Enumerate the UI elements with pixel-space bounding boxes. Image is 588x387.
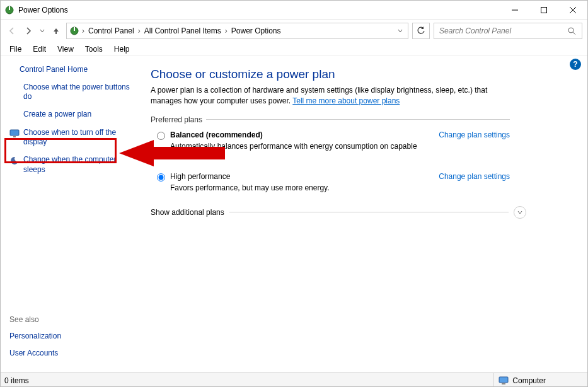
plan-high-performance: High performance Favors performance, but… bbox=[157, 172, 510, 192]
menu-help[interactable]: Help bbox=[109, 43, 135, 55]
svg-rect-1 bbox=[9, 6, 10, 10]
svg-rect-11 bbox=[10, 130, 19, 136]
svg-rect-7 bbox=[74, 27, 75, 31]
minimize-button[interactable] bbox=[500, 1, 529, 20]
monitor-icon bbox=[9, 129, 20, 139]
maximize-button[interactable] bbox=[529, 1, 558, 20]
menu-bar: File Edit View Tools Help bbox=[1, 42, 587, 56]
chevron-right-icon[interactable]: › bbox=[82, 26, 84, 35]
address-dropdown-button[interactable] bbox=[395, 28, 405, 33]
plan-radio-balanced[interactable] bbox=[157, 132, 165, 142]
address-bar[interactable]: › Control Panel › All Control Panel Item… bbox=[66, 23, 408, 39]
menu-tools[interactable]: Tools bbox=[80, 43, 108, 55]
page-heading: Choose or customize a power plan bbox=[151, 67, 570, 81]
control-panel-home-link[interactable]: Control Panel Home bbox=[20, 65, 130, 75]
blank-icon bbox=[9, 110, 20, 120]
see-also-personalization[interactable]: Personalization bbox=[9, 332, 61, 342]
status-bar: 0 items Computer bbox=[1, 373, 587, 387]
window-title: Power Options bbox=[18, 6, 68, 14]
sidebar-item-power-buttons[interactable]: Choose what the power buttons do bbox=[9, 83, 130, 102]
svg-rect-3 bbox=[541, 7, 547, 13]
preferred-plans-header: Preferred plans bbox=[151, 115, 510, 124]
titlebar: Power Options bbox=[1, 1, 587, 20]
refresh-button[interactable] bbox=[412, 23, 430, 39]
show-additional-plans[interactable]: Show additional plans bbox=[151, 206, 526, 219]
sidebar-item-label: Create a power plan bbox=[23, 110, 130, 120]
plan-name[interactable]: High performance bbox=[170, 172, 439, 181]
expand-label: Show additional plans bbox=[151, 208, 224, 217]
divider bbox=[229, 212, 509, 212]
content-pane: ? Choose or customize a power plan A pow… bbox=[138, 56, 587, 373]
svg-point-8 bbox=[568, 28, 574, 33]
status-computer-label: Computer bbox=[512, 376, 546, 385]
sidebar-item-sleep[interactable]: Change when the computer sleeps bbox=[9, 155, 130, 175]
sidebar-item-label: Choose when to turn off the display bbox=[23, 128, 130, 147]
breadcrumb-item[interactable]: Control Panel bbox=[87, 26, 135, 35]
status-computer: Computer bbox=[493, 373, 584, 387]
plan-name[interactable]: Balanced (recommended) bbox=[170, 130, 439, 139]
section-label: Preferred plans bbox=[151, 115, 202, 124]
divider bbox=[206, 119, 510, 120]
plan-desc: Favors performance, but may use more ene… bbox=[170, 183, 439, 192]
search-icon[interactable] bbox=[568, 27, 578, 35]
menu-file[interactable]: File bbox=[4, 43, 26, 55]
recent-dropdown[interactable] bbox=[38, 25, 46, 37]
svg-rect-13 bbox=[499, 377, 508, 383]
chevron-down-icon[interactable] bbox=[514, 206, 526, 219]
plan-desc: Automatically balances performance with … bbox=[170, 142, 439, 159]
nav-row: › Control Panel › All Control Panel Item… bbox=[1, 20, 587, 42]
blank-icon bbox=[9, 83, 20, 93]
main-area: Control Panel Home Choose what the power… bbox=[1, 56, 587, 373]
see-also-section: See also Personalization User Accounts bbox=[9, 315, 61, 366]
search-input[interactable] bbox=[438, 26, 568, 36]
menu-view[interactable]: View bbox=[52, 43, 79, 55]
see-also-header: See also bbox=[9, 315, 61, 324]
power-options-icon bbox=[4, 5, 14, 15]
menu-edit[interactable]: Edit bbox=[28, 43, 51, 55]
change-plan-settings-link[interactable]: Change plan settings bbox=[439, 130, 510, 139]
svg-rect-12 bbox=[13, 136, 16, 137]
computer-icon bbox=[499, 376, 509, 386]
forward-button[interactable] bbox=[22, 25, 35, 37]
control-panel-icon bbox=[69, 26, 79, 36]
learn-more-link[interactable]: Tell me more about power plans bbox=[292, 96, 400, 105]
chevron-right-icon[interactable]: › bbox=[225, 26, 228, 35]
sidebar-item-display-off[interactable]: Choose when to turn off the display bbox=[9, 128, 130, 147]
breadcrumb-item[interactable]: All Control Panel Items bbox=[143, 26, 222, 35]
see-also-user-accounts[interactable]: User Accounts bbox=[9, 349, 61, 359]
plan-balanced: Balanced (recommended) Automatically bal… bbox=[157, 130, 510, 159]
back-button[interactable] bbox=[6, 25, 18, 37]
sidebar: Control Panel Home Choose what the power… bbox=[1, 56, 138, 373]
moon-icon bbox=[9, 156, 20, 166]
help-icon[interactable]: ? bbox=[570, 59, 581, 70]
close-button[interactable] bbox=[558, 1, 587, 20]
svg-line-9 bbox=[573, 32, 575, 35]
change-plan-settings-link[interactable]: Change plan settings bbox=[439, 172, 510, 181]
page-description: A power plan is a collection of hardware… bbox=[151, 85, 516, 107]
sidebar-item-label: Change when the computer sleeps bbox=[23, 155, 130, 175]
plan-radio-high-performance[interactable] bbox=[157, 173, 165, 183]
up-button[interactable] bbox=[50, 25, 62, 37]
search-box[interactable] bbox=[434, 23, 582, 39]
svg-rect-14 bbox=[502, 383, 505, 384]
sidebar-item-label: Choose what the power buttons do bbox=[23, 83, 130, 102]
sidebar-item-create-plan[interactable]: Create a power plan bbox=[9, 110, 130, 120]
status-items-count: 0 items bbox=[4, 376, 493, 385]
chevron-right-icon[interactable]: › bbox=[138, 26, 141, 35]
breadcrumb-item[interactable]: Power Options bbox=[230, 26, 282, 35]
